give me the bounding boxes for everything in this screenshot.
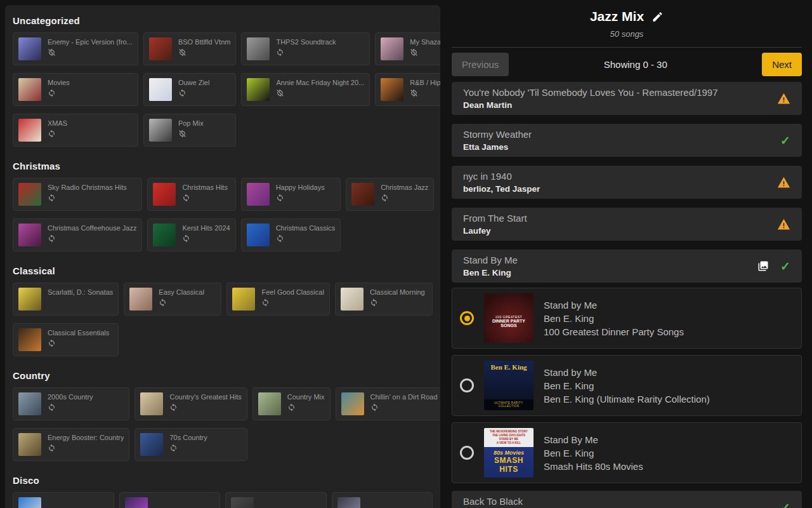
song-row[interactable]: Stormy WeatherEtta James✓	[452, 124, 802, 157]
category-section: ChristmasSky Radio Christmas HitsChristm…	[13, 161, 433, 251]
playlist-tile[interactable]: 2000s Country	[13, 387, 129, 420]
playlist-tile[interactable]: Ouwe Ziel	[143, 73, 237, 106]
sync-icon	[48, 129, 67, 138]
match-album: 100 Greatest Dinner Party Songs	[544, 325, 684, 338]
warning-icon	[777, 218, 790, 231]
playlist-tile[interactable]	[13, 492, 114, 508]
playlist-cover-art	[341, 288, 363, 311]
category-title: Classical	[13, 265, 433, 276]
playlist-label: Annie Mac Friday Night 20...	[276, 78, 364, 87]
warning-icon	[777, 92, 790, 105]
multiple-albums-icon[interactable]	[757, 260, 769, 272]
song-row[interactable]: Stand By MeBen E. King✓	[452, 250, 802, 283]
radio-unselected[interactable]	[460, 446, 474, 460]
sync-icon	[159, 298, 204, 307]
playlist-tile[interactable]: Country's Greatest Hits	[134, 387, 247, 420]
playlist-tile[interactable]: R&B / HipHop	[375, 73, 440, 106]
playlist-tile[interactable]: 70s Country	[134, 428, 247, 461]
playlist-tile[interactable]: Chillin' on a Dirt Road	[336, 387, 441, 420]
album-cover-text: DINNER PARTY SONGS	[484, 319, 534, 328]
next-button[interactable]: Next	[762, 53, 802, 76]
playlist-tile[interactable]: My Shazam Tracks	[375, 32, 440, 65]
playlist-tile[interactable]: Energy Booster: Country	[13, 428, 129, 461]
song-title: Stormy Weather	[463, 128, 532, 140]
playlist-tile[interactable]: Christmas Jazz	[346, 178, 434, 211]
playlist-label: Movies	[48, 78, 70, 87]
playlist-tile[interactable]: Classical Essentials	[13, 323, 119, 356]
previous-button[interactable]: Previous	[452, 53, 509, 76]
sync-icon	[182, 234, 230, 243]
sync-icon	[261, 298, 324, 307]
playlist-tile-body: Ouwe Ziel	[178, 78, 210, 97]
pagination-bar: Previous Showing 0 - 30 Next	[452, 53, 802, 76]
album-match-option[interactable]: THE NEVERENDING STORY THE LIVING DAYLIGH…	[452, 422, 802, 483]
playlist-tile[interactable]: Christmas Classics	[241, 218, 341, 251]
playlist-tile[interactable]: Christmas Coffeehouse Jazz	[13, 218, 142, 251]
playlist-label: Country's Greatest Hits	[169, 392, 241, 401]
playlist-tile[interactable]: XMAS	[13, 114, 138, 147]
edit-title-icon[interactable]	[652, 11, 664, 23]
playlist-cover-art	[140, 392, 163, 415]
playlist-tile[interactable]: THPS2 Soundtrack	[241, 32, 370, 65]
song-row[interactable]: You're Nobody 'Til Somebody Loves You - …	[452, 82, 802, 115]
playlist-tile[interactable]: Movies	[13, 73, 138, 106]
playlist-tile[interactable]: Easy Classical	[124, 283, 221, 316]
playlist-tile-body: Happy Holidays	[276, 183, 325, 202]
playlist-label: BSO Bttlfld Vtnm	[178, 37, 231, 46]
playlist-tile[interactable]: Happy Holidays	[241, 178, 341, 211]
playlist-tile-body: Country Mix	[287, 392, 325, 411]
song-status-icons: ✓	[780, 500, 790, 508]
radio-unselected[interactable]	[460, 378, 474, 392]
playlist-tile[interactable]: Annie Mac Friday Night 20...	[241, 73, 370, 106]
album-match-option[interactable]: Ben E. KingULTIMATE RARITY COLLECTIONSta…	[452, 355, 802, 416]
song-status-icons	[777, 92, 790, 105]
radio-selected[interactable]	[460, 311, 474, 325]
playlist-cover-art	[351, 183, 374, 206]
playlist-cover-art	[381, 37, 403, 60]
playlist-tile[interactable]: BSO Bttlfld Vtnm	[143, 32, 237, 65]
song-title: nyc in 1940	[463, 170, 540, 182]
playlist-tile[interactable]: Enemy - Epic Version (fro...	[13, 32, 138, 65]
playlist-tile[interactable]: Scarlatti, D.: Sonatas	[13, 283, 119, 316]
playlist-tile[interactable]: Country Mix	[252, 387, 331, 420]
sync-icon	[370, 298, 425, 307]
song-artist: Laufey	[463, 225, 527, 236]
playlist-tile[interactable]: Feel Good Classical	[226, 283, 329, 316]
match-title: Stand by Me	[544, 366, 710, 379]
song-text: Stand By MeBen E. King	[463, 254, 518, 278]
playlist-cover-art	[341, 392, 364, 415]
playlist-label: 70s Country	[169, 433, 207, 442]
sync-icon	[178, 88, 210, 97]
category-section: Disco	[13, 475, 433, 508]
playlist-cover-art	[153, 224, 176, 246]
playlist-tile-body: XMAS	[48, 119, 67, 138]
playlist-label: 2000s Country	[48, 392, 93, 401]
song-row[interactable]: nyc in 1940berlioz, Ted Jasper	[452, 166, 802, 199]
playlist-label: R&B / HipHop	[410, 78, 440, 87]
album-match-option[interactable]: 100 GREATESTDINNER PARTY SONGSStand by M…	[452, 288, 802, 349]
song-row[interactable]: From The StartLaufey	[452, 208, 802, 241]
playlist-cover-art	[18, 37, 41, 60]
playlist-tile[interactable]: Kerst Hits 2024	[147, 218, 235, 251]
playlist-tile[interactable]: Pop Mix	[143, 114, 237, 147]
playlist-tile[interactable]: Classical Morning	[335, 283, 433, 316]
category-section: UncategorizedEnemy - Epic Version (fro..…	[13, 15, 433, 147]
playlist-cover-art	[232, 288, 255, 311]
playlist-tile-body: Movies	[48, 78, 70, 97]
category-title: Uncategorized	[13, 15, 433, 26]
playlist-tile[interactable]	[225, 492, 327, 508]
song-count: 50 songs	[452, 29, 802, 39]
playlist-cover-art	[129, 288, 152, 311]
playlist-label: Country Mix	[287, 392, 325, 401]
match-album: Ben E. King (Ultimate Rarity Collection)	[544, 392, 710, 406]
playlist-cover-art	[18, 78, 41, 101]
playlist-tile[interactable]: Sky Radio Christmas Hits	[13, 178, 142, 211]
playlist-tile[interactable]	[119, 492, 221, 508]
playlist-tile[interactable]: Christmas Hits	[147, 178, 235, 211]
playlist-tile[interactable]	[332, 492, 433, 508]
playlist-cover-art	[153, 183, 176, 206]
song-row[interactable]: Back To BlackAmy Winehouse✓	[452, 491, 802, 508]
sync-icon	[48, 234, 136, 243]
playlist-tile-body: Christmas Hits	[182, 183, 228, 202]
playlist-cover-art	[18, 119, 41, 142]
